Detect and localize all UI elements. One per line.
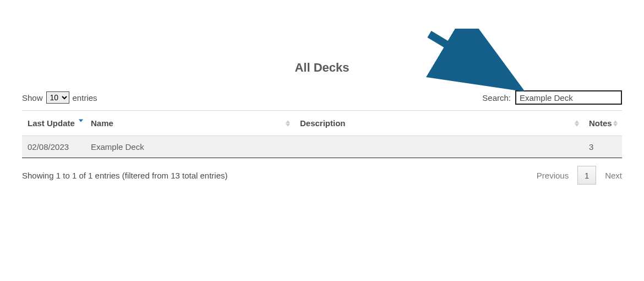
column-notes[interactable]: Notes [583,111,622,136]
search-input[interactable] [515,90,622,105]
page-number-current[interactable]: 1 [577,166,596,185]
table-row[interactable]: 02/08/2023 Example Deck 3 [22,136,622,158]
page-title: All Decks [0,0,644,90]
sort-icon [286,120,290,126]
pagination: Previous 1 Next [537,166,622,185]
column-notes-label: Notes [589,118,612,128]
cell-notes: 3 [583,136,622,158]
previous-button[interactable]: Previous [537,171,569,180]
search-control: Search: [482,90,622,105]
page-length-control: Show 10 entries [22,91,97,104]
page-length-select[interactable]: 10 [46,91,69,104]
sort-desc-icon [79,120,83,122]
sort-icon [575,120,579,126]
column-last-update-label: Last Update [28,118,75,128]
table-info: Showing 1 to 1 of 1 entries (filtered fr… [22,171,228,180]
column-name[interactable]: Name [85,111,294,136]
column-name-label: Name [91,118,113,128]
cell-last-update: 02/08/2023 [22,136,85,158]
decks-table: Last Update Name Description [22,110,622,158]
column-description-label: Description [300,118,346,128]
column-description[interactable]: Description [294,111,583,136]
cell-description [294,136,583,158]
next-button[interactable]: Next [605,171,622,180]
cell-name: Example Deck [85,136,294,158]
sort-icon [613,120,618,126]
length-prefix: Show [22,93,43,102]
search-label: Search: [482,93,511,102]
column-last-update[interactable]: Last Update [22,111,85,136]
length-suffix: entries [73,93,97,102]
